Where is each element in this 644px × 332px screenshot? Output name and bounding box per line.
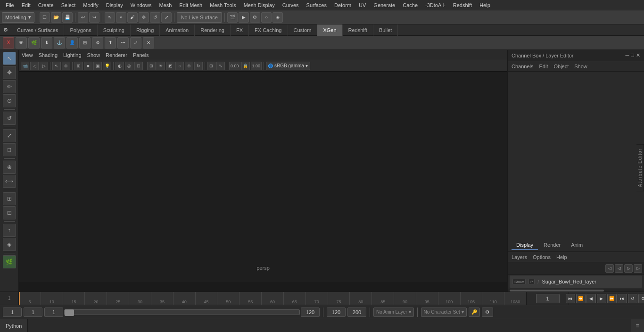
- vp-light2-btn[interactable]: ☀: [157, 62, 165, 70]
- play-fwd-btn[interactable]: ▶: [597, 294, 606, 303]
- layer-item[interactable]: Show P / Sugar_Bowl_Red_layer: [510, 275, 642, 288]
- vp-grid-btn[interactable]: ⊞: [147, 62, 156, 70]
- tab-fx[interactable]: FX: [231, 24, 249, 36]
- lasso-tool-btn[interactable]: ⌖: [116, 12, 126, 23]
- menu-mesh[interactable]: Mesh: [155, 1, 175, 9]
- tab-rendering[interactable]: Rendering: [195, 24, 231, 36]
- play-options-btn[interactable]: ⚙: [638, 294, 644, 303]
- time-slider-handle[interactable]: [65, 309, 74, 316]
- tool-snap[interactable]: ⊕: [3, 161, 16, 174]
- xgen-btn-wave[interactable]: 〜: [117, 37, 129, 49]
- select-tool-btn[interactable]: ↖: [105, 12, 115, 23]
- layer-btn-4[interactable]: ▷: [634, 264, 642, 273]
- tool-up-arrow[interactable]: ↑: [3, 224, 16, 237]
- no-anim-layer-dropdown[interactable]: No Anim Layer ▾: [373, 308, 414, 317]
- rotate-tool-btn[interactable]: ↺: [150, 12, 160, 23]
- layer-vis-v[interactable]: Show: [512, 279, 526, 285]
- vp-menu-renderer[interactable]: Renderer: [106, 52, 127, 58]
- vp-solid-btn[interactable]: ■: [84, 62, 92, 70]
- menu-mesh-display[interactable]: Mesh Display: [240, 1, 279, 9]
- menu-uv[interactable]: UV: [355, 1, 370, 9]
- xgen-btn-anchor[interactable]: ⚓: [54, 37, 65, 49]
- tool-plus-grid[interactable]: ⊟: [3, 206, 16, 219]
- python-expand-icon[interactable]: ≡: [631, 319, 644, 332]
- live-surface-btn[interactable]: No Live Surface: [177, 12, 222, 23]
- new-scene-btn[interactable]: ☐: [40, 12, 50, 23]
- tool-scale[interactable]: ⤢: [3, 129, 16, 142]
- xgen-btn-grid[interactable]: ⊞: [79, 37, 91, 49]
- tab-polygons[interactable]: Polygons: [64, 24, 97, 36]
- render-options-btn[interactable]: ◈: [272, 12, 283, 23]
- save-scene-btn[interactable]: 💾: [62, 12, 73, 23]
- tab-settings-gear[interactable]: ⚙: [0, 24, 11, 36]
- panel-maximize-btn[interactable]: □: [631, 52, 634, 58]
- render-btn[interactable]: 🎬: [227, 12, 238, 23]
- rp-tab-anim[interactable]: Anim: [566, 241, 587, 250]
- scale-tool-btn[interactable]: ⤢: [161, 12, 172, 23]
- layer-btn-3[interactable]: ▷: [624, 264, 633, 273]
- channels-menu[interactable]: Channels: [512, 64, 533, 69]
- python-tab[interactable]: Python: [0, 319, 28, 332]
- vp-gamma-dropdown[interactable]: sRGB gamma ▾: [266, 62, 310, 70]
- tab-custom[interactable]: Custom: [288, 24, 318, 36]
- vp-xray-btn[interactable]: ◎: [125, 62, 133, 70]
- xgen-btn-settings[interactable]: ⚙: [92, 37, 103, 49]
- rp-tab-display[interactable]: Display: [512, 241, 538, 250]
- vp-aa-btn[interactable]: ⊛: [185, 62, 193, 70]
- tab-curves-surfaces[interactable]: Curves / Surfaces: [11, 24, 64, 36]
- undo-btn[interactable]: ↩: [78, 12, 88, 23]
- help-menu[interactable]: Help: [556, 254, 567, 260]
- menu-curves[interactable]: Curves: [279, 1, 303, 9]
- menu-edit[interactable]: Edit: [18, 1, 34, 9]
- menu-cache[interactable]: Cache: [399, 1, 421, 9]
- vp-lock-btn[interactable]: 🔒: [241, 62, 250, 70]
- vp-textured-btn[interactable]: ▣: [93, 62, 102, 70]
- move-tool-btn[interactable]: ✥: [139, 12, 149, 23]
- anim-max-field[interactable]: 200: [347, 308, 366, 317]
- vp-region-btn[interactable]: ⤡: [216, 62, 225, 70]
- layers-menu[interactable]: Layers: [512, 254, 527, 260]
- menu-edit-mesh[interactable]: Edit Mesh: [175, 1, 206, 9]
- vp-shadow-btn[interactable]: ◩: [166, 62, 174, 70]
- rp-tab-render[interactable]: Render: [539, 241, 565, 250]
- tab-rigging[interactable]: Rigging: [131, 24, 160, 36]
- layer-btn-2[interactable]: ◁: [615, 264, 623, 273]
- workspace-dropdown[interactable]: Modeling ▾: [2, 12, 34, 23]
- vp-menu-shading[interactable]: Shading: [39, 52, 58, 58]
- tab-sculpting[interactable]: Sculpting: [98, 24, 131, 36]
- menu-surfaces[interactable]: Surfaces: [303, 1, 330, 9]
- xgen-btn-guides[interactable]: 🌿: [28, 37, 40, 49]
- tool-plus-box[interactable]: ⊞: [3, 192, 16, 205]
- menu-help[interactable]: Help: [476, 1, 494, 9]
- show-menu[interactable]: Show: [574, 64, 587, 69]
- panel-minimize-btn[interactable]: ─: [626, 52, 629, 58]
- vp-snap-btn[interactable]: ⊕: [62, 62, 70, 70]
- skip-to-start-btn[interactable]: ⏮: [566, 294, 575, 303]
- vp-menu-show[interactable]: Show: [87, 52, 100, 58]
- vp-next-cam-btn[interactable]: ▷: [40, 62, 48, 70]
- xgen-btn-person[interactable]: 👤: [66, 37, 78, 49]
- loop-btn[interactable]: ↺: [628, 294, 637, 303]
- vp-camera-btn[interactable]: 📹: [21, 62, 29, 70]
- vp-motion-btn[interactable]: ↻: [194, 62, 203, 70]
- vp-hud-btn[interactable]: ⊞: [207, 62, 215, 70]
- tab-bullet[interactable]: Bullet: [373, 24, 398, 36]
- viewport[interactable]: View Shading Lighting Show Renderer Pane…: [19, 50, 507, 292]
- tool-move[interactable]: ✥: [3, 66, 16, 79]
- render-settings-btn[interactable]: ⚙: [250, 12, 260, 23]
- layer-vis-p[interactable]: P: [528, 279, 535, 285]
- char-set-key-btn[interactable]: 🔑: [469, 308, 480, 317]
- menu-mesh-tools[interactable]: Mesh Tools: [206, 1, 239, 9]
- xgen-btn-x[interactable]: X: [3, 37, 14, 49]
- vp-select-type-btn[interactable]: ↖: [52, 62, 61, 70]
- time-slider[interactable]: [64, 309, 300, 315]
- xgen-btn-primitives[interactable]: ⬇: [41, 37, 52, 49]
- attribute-editor-tab[interactable]: Attribute Editor: [636, 144, 644, 191]
- vp-prev-cam-btn[interactable]: ◁: [30, 62, 39, 70]
- menu-3dtall[interactable]: -3DtoAll-: [421, 1, 449, 9]
- panel-close-btn[interactable]: ✕: [636, 52, 640, 58]
- play-back-btn[interactable]: ◀: [586, 294, 596, 303]
- tab-animation[interactable]: Animation: [160, 24, 195, 36]
- redo-btn[interactable]: ↪: [89, 12, 99, 23]
- tab-xgen[interactable]: XGen: [317, 24, 342, 36]
